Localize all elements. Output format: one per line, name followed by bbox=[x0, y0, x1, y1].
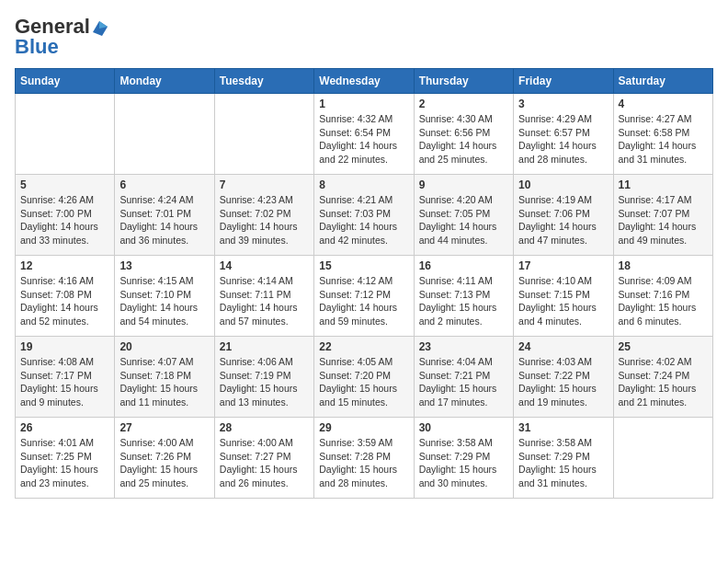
day-info: Sunrise: 4:11 AMSunset: 7:13 PMDaylight:… bbox=[419, 274, 508, 328]
calendar-cell: 24Sunrise: 4:03 AMSunset: 7:22 PMDayligh… bbox=[514, 337, 613, 418]
calendar-cell: 6Sunrise: 4:24 AMSunset: 7:01 PMDaylight… bbox=[115, 175, 214, 256]
day-number: 10 bbox=[518, 178, 608, 191]
day-info: Sunrise: 4:14 AMSunset: 7:11 PMDaylight:… bbox=[220, 274, 309, 328]
day-info: Sunrise: 4:24 AMSunset: 7:01 PMDaylight:… bbox=[119, 193, 209, 247]
logo-bird-icon bbox=[91, 19, 108, 36]
day-number: 7 bbox=[220, 178, 309, 191]
calendar-cell: 18Sunrise: 4:09 AMSunset: 7:16 PMDayligh… bbox=[613, 256, 712, 337]
day-number: 3 bbox=[518, 98, 608, 110]
weekday-sunday: Sunday bbox=[16, 69, 115, 94]
day-number: 13 bbox=[119, 259, 209, 272]
calendar-cell: 16Sunrise: 4:11 AMSunset: 7:13 PMDayligh… bbox=[414, 256, 513, 337]
day-number: 14 bbox=[220, 259, 309, 272]
day-info: Sunrise: 4:32 AMSunset: 6:54 PMDaylight:… bbox=[319, 112, 408, 167]
day-number: 2 bbox=[419, 98, 508, 110]
week-row-5: 26Sunrise: 4:01 AMSunset: 7:25 PMDayligh… bbox=[16, 418, 713, 499]
day-number: 19 bbox=[20, 340, 109, 353]
day-info: Sunrise: 4:08 AMSunset: 7:17 PMDaylight:… bbox=[20, 355, 109, 409]
day-info: Sunrise: 4:05 AMSunset: 7:20 PMDaylight:… bbox=[319, 355, 408, 409]
week-row-4: 19Sunrise: 4:08 AMSunset: 7:17 PMDayligh… bbox=[16, 337, 713, 418]
calendar-cell bbox=[16, 94, 115, 175]
calendar-cell bbox=[613, 418, 712, 499]
weekday-monday: Monday bbox=[115, 69, 214, 94]
day-number: 21 bbox=[220, 340, 309, 353]
day-number: 5 bbox=[20, 178, 109, 191]
day-info: Sunrise: 4:06 AMSunset: 7:19 PMDaylight:… bbox=[220, 355, 309, 409]
day-info: Sunrise: 4:26 AMSunset: 7:00 PMDaylight:… bbox=[20, 193, 109, 247]
day-number: 25 bbox=[619, 340, 708, 353]
calendar-cell: 17Sunrise: 4:10 AMSunset: 7:15 PMDayligh… bbox=[514, 256, 613, 337]
week-row-2: 5Sunrise: 4:26 AMSunset: 7:00 PMDaylight… bbox=[16, 175, 713, 256]
weekday-wednesday: Wednesday bbox=[314, 69, 414, 94]
calendar-cell: 5Sunrise: 4:26 AMSunset: 7:00 PMDaylight… bbox=[16, 175, 115, 256]
calendar-cell: 4Sunrise: 4:27 AMSunset: 6:58 PMDaylight… bbox=[613, 94, 712, 175]
day-number: 12 bbox=[20, 259, 109, 272]
day-number: 26 bbox=[20, 421, 109, 434]
calendar-cell: 3Sunrise: 4:29 AMSunset: 6:57 PMDaylight… bbox=[514, 94, 613, 175]
calendar-cell: 2Sunrise: 4:30 AMSunset: 6:56 PMDaylight… bbox=[414, 94, 513, 175]
day-info: Sunrise: 4:15 AMSunset: 7:10 PMDaylight:… bbox=[119, 274, 209, 328]
calendar-cell: 11Sunrise: 4:17 AMSunset: 7:07 PMDayligh… bbox=[613, 175, 712, 256]
day-info: Sunrise: 4:17 AMSunset: 7:07 PMDaylight:… bbox=[619, 193, 708, 247]
calendar-cell: 26Sunrise: 4:01 AMSunset: 7:25 PMDayligh… bbox=[16, 418, 115, 499]
day-number: 9 bbox=[419, 178, 508, 191]
calendar-cell: 23Sunrise: 4:04 AMSunset: 7:21 PMDayligh… bbox=[414, 337, 513, 418]
day-number: 29 bbox=[319, 421, 408, 434]
day-info: Sunrise: 4:21 AMSunset: 7:03 PMDaylight:… bbox=[319, 193, 408, 247]
calendar-cell: 21Sunrise: 4:06 AMSunset: 7:19 PMDayligh… bbox=[214, 337, 313, 418]
day-number: 4 bbox=[619, 98, 708, 110]
day-info: Sunrise: 3:59 AMSunset: 7:28 PMDaylight:… bbox=[319, 436, 408, 490]
day-number: 1 bbox=[319, 98, 408, 110]
calendar-cell: 15Sunrise: 4:12 AMSunset: 7:12 PMDayligh… bbox=[314, 256, 414, 337]
day-number: 31 bbox=[518, 421, 608, 434]
calendar-cell: 29Sunrise: 3:59 AMSunset: 7:28 PMDayligh… bbox=[314, 418, 414, 499]
calendar-cell: 14Sunrise: 4:14 AMSunset: 7:11 PMDayligh… bbox=[214, 256, 313, 337]
week-row-3: 12Sunrise: 4:16 AMSunset: 7:08 PMDayligh… bbox=[16, 256, 713, 337]
calendar-cell: 20Sunrise: 4:07 AMSunset: 7:18 PMDayligh… bbox=[115, 337, 214, 418]
day-number: 16 bbox=[419, 259, 508, 272]
calendar-cell bbox=[214, 94, 313, 175]
calendar-cell: 13Sunrise: 4:15 AMSunset: 7:10 PMDayligh… bbox=[115, 256, 214, 337]
day-number: 15 bbox=[319, 259, 408, 272]
weekday-tuesday: Tuesday bbox=[214, 69, 313, 94]
day-info: Sunrise: 4:00 AMSunset: 7:26 PMDaylight:… bbox=[119, 436, 209, 490]
day-info: Sunrise: 4:30 AMSunset: 6:56 PMDaylight:… bbox=[419, 112, 508, 167]
day-number: 22 bbox=[319, 340, 408, 353]
calendar-cell: 22Sunrise: 4:05 AMSunset: 7:20 PMDayligh… bbox=[314, 337, 414, 418]
day-info: Sunrise: 4:03 AMSunset: 7:22 PMDaylight:… bbox=[518, 355, 608, 409]
calendar-cell: 31Sunrise: 3:58 AMSunset: 7:29 PMDayligh… bbox=[514, 418, 613, 499]
weekday-saturday: Saturday bbox=[613, 69, 712, 94]
day-number: 30 bbox=[419, 421, 508, 434]
weekday-thursday: Thursday bbox=[414, 69, 513, 94]
weekday-friday: Friday bbox=[514, 69, 613, 94]
logo-blue: Blue bbox=[15, 35, 59, 59]
day-number: 6 bbox=[119, 178, 209, 191]
calendar-cell: 30Sunrise: 3:58 AMSunset: 7:29 PMDayligh… bbox=[414, 418, 513, 499]
day-number: 17 bbox=[518, 259, 608, 272]
calendar-cell: 10Sunrise: 4:19 AMSunset: 7:06 PMDayligh… bbox=[514, 175, 613, 256]
week-row-1: 1Sunrise: 4:32 AMSunset: 6:54 PMDaylight… bbox=[16, 94, 713, 175]
day-number: 28 bbox=[220, 421, 309, 434]
calendar-cell: 1Sunrise: 4:32 AMSunset: 6:54 PMDaylight… bbox=[314, 94, 414, 175]
calendar-table: SundayMondayTuesdayWednesdayThursdayFrid… bbox=[15, 68, 713, 499]
calendar-cell bbox=[115, 94, 214, 175]
day-info: Sunrise: 4:02 AMSunset: 7:24 PMDaylight:… bbox=[619, 355, 708, 409]
day-number: 18 bbox=[619, 259, 708, 272]
day-info: Sunrise: 4:20 AMSunset: 7:05 PMDaylight:… bbox=[419, 193, 508, 247]
day-number: 27 bbox=[119, 421, 209, 434]
calendar-cell: 8Sunrise: 4:21 AMSunset: 7:03 PMDaylight… bbox=[314, 175, 414, 256]
day-info: Sunrise: 4:01 AMSunset: 7:25 PMDaylight:… bbox=[20, 436, 109, 490]
day-info: Sunrise: 4:00 AMSunset: 7:27 PMDaylight:… bbox=[220, 436, 309, 490]
day-info: Sunrise: 4:23 AMSunset: 7:02 PMDaylight:… bbox=[220, 193, 309, 247]
day-info: Sunrise: 3:58 AMSunset: 7:29 PMDaylight:… bbox=[419, 436, 508, 490]
weekday-header-row: SundayMondayTuesdayWednesdayThursdayFrid… bbox=[16, 69, 713, 94]
day-info: Sunrise: 4:19 AMSunset: 7:06 PMDaylight:… bbox=[518, 193, 608, 247]
calendar-cell: 25Sunrise: 4:02 AMSunset: 7:24 PMDayligh… bbox=[613, 337, 712, 418]
calendar-cell: 19Sunrise: 4:08 AMSunset: 7:17 PMDayligh… bbox=[16, 337, 115, 418]
calendar-cell: 9Sunrise: 4:20 AMSunset: 7:05 PMDaylight… bbox=[414, 175, 513, 256]
calendar-cell: 28Sunrise: 4:00 AMSunset: 7:27 PMDayligh… bbox=[214, 418, 313, 499]
day-info: Sunrise: 4:12 AMSunset: 7:12 PMDaylight:… bbox=[319, 274, 408, 328]
day-info: Sunrise: 3:58 AMSunset: 7:29 PMDaylight:… bbox=[518, 436, 608, 490]
day-info: Sunrise: 4:29 AMSunset: 6:57 PMDaylight:… bbox=[518, 112, 608, 167]
day-info: Sunrise: 4:07 AMSunset: 7:18 PMDaylight:… bbox=[119, 355, 209, 409]
